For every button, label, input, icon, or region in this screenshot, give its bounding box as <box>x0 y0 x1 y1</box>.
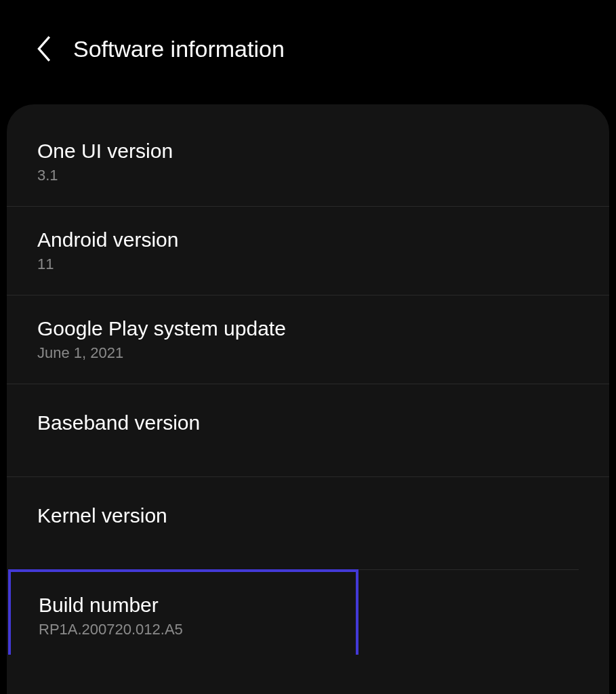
header: Software information <box>0 0 616 91</box>
page-title: Software information <box>73 36 285 62</box>
setting-title: Build number <box>39 594 328 617</box>
back-icon[interactable] <box>34 34 53 64</box>
setting-item-google-play-update[interactable]: Google Play system update June 1, 2021 <box>7 295 609 384</box>
settings-content: One UI version 3.1 Android version 11 Go… <box>7 104 609 694</box>
setting-title: Kernel version <box>37 504 579 527</box>
setting-item-build-number[interactable]: Build number RP1A.200720.012.A5 <box>8 569 358 655</box>
setting-value: RP1A.200720.012.A5 <box>39 621 328 638</box>
setting-title: One UI version <box>37 140 579 163</box>
setting-title: Google Play system update <box>37 317 579 340</box>
setting-title: Baseband version <box>37 411 579 434</box>
setting-value: June 1, 2021 <box>37 344 579 362</box>
setting-value: 3.1 <box>37 167 579 184</box>
setting-value: 11 <box>37 256 579 273</box>
setting-item-kernel-version[interactable]: Kernel version <box>7 477 609 569</box>
setting-title: Android version <box>37 228 579 251</box>
setting-item-one-ui-version[interactable]: One UI version 3.1 <box>7 118 609 207</box>
setting-item-baseband-version[interactable]: Baseband version <box>7 384 609 477</box>
setting-item-android-version[interactable]: Android version 11 <box>7 207 609 295</box>
last-row-container: Build number RP1A.200720.012.A5 <box>7 569 609 655</box>
